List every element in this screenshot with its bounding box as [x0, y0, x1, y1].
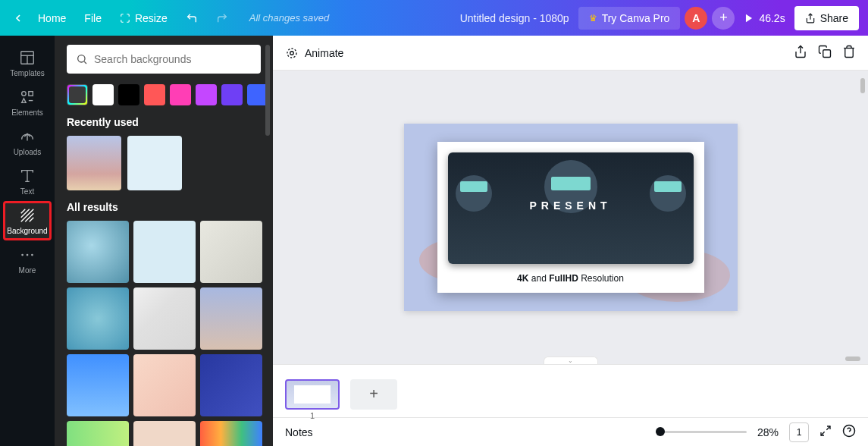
- back-button[interactable]: [9, 9, 27, 27]
- canvas-area: Animate: [273, 36, 868, 446]
- animate-icon: [285, 46, 299, 60]
- panel-scrollbar[interactable]: [265, 45, 270, 394]
- bg-thumb[interactable]: [200, 354, 262, 416]
- bg-thumb[interactable]: [200, 221, 262, 283]
- video-caption: 4K and FullHD Resolution: [437, 267, 704, 293]
- svg-point-23: [79, 93, 80, 94]
- top-bar: Home File Resize All changes saved Untit…: [0, 0, 868, 36]
- duration-display[interactable]: 46.2s: [744, 12, 785, 24]
- tab-text[interactable]: Text: [3, 162, 52, 201]
- color-swatch[interactable]: [221, 84, 243, 105]
- bg-thumb[interactable]: [200, 421, 262, 446]
- file-menu[interactable]: File: [77, 8, 109, 29]
- search-container: [67, 45, 261, 74]
- redo-button[interactable]: [208, 8, 236, 29]
- bg-thumb[interactable]: [127, 136, 182, 190]
- bg-thumb[interactable]: [200, 287, 262, 350]
- svg-point-16: [21, 253, 24, 256]
- svg-line-11: [21, 209, 26, 213]
- bottom-bar: Notes 28% 1: [273, 417, 868, 446]
- color-swatch[interactable]: [144, 84, 165, 105]
- add-collaborator-button[interactable]: +: [712, 7, 735, 30]
- svg-point-25: [290, 51, 294, 55]
- bg-thumb[interactable]: [133, 221, 196, 283]
- bg-thumb[interactable]: [133, 287, 196, 350]
- svg-point-21: [71, 88, 83, 101]
- section-title-recent: Recently used: [67, 116, 261, 128]
- horizontal-scrollbar[interactable]: [845, 356, 860, 361]
- section-title-all: All results: [67, 201, 261, 213]
- chevron-left-icon: [12, 12, 24, 24]
- try-pro-button[interactable]: ♛ Try Canva Pro: [578, 7, 681, 30]
- background-icon: [19, 207, 36, 224]
- bg-thumb[interactable]: [67, 287, 129, 350]
- timeline: 1 +: [273, 364, 868, 417]
- duplicate-page-button[interactable]: [818, 45, 832, 61]
- templates-icon: [19, 49, 36, 66]
- notes-button[interactable]: Notes: [285, 426, 313, 438]
- bg-thumb[interactable]: [67, 136, 121, 190]
- color-swatch[interactable]: [196, 84, 217, 105]
- help-icon: [842, 424, 856, 438]
- left-nav: Templates Elements Uploads Text Backgrou…: [0, 36, 55, 446]
- delete-page-button[interactable]: [842, 45, 856, 61]
- svg-marker-7: [22, 98, 27, 102]
- svg-point-19: [78, 55, 85, 62]
- svg-line-30: [821, 432, 825, 435]
- side-panel: Recently used All results ◂: [55, 36, 273, 446]
- fullscreen-icon: [819, 425, 832, 437]
- tab-more[interactable]: More: [3, 240, 52, 280]
- undo-button[interactable]: [178, 8, 205, 29]
- more-icon: [19, 247, 36, 263]
- user-avatar[interactable]: A: [685, 7, 707, 30]
- zoom-slider[interactable]: [656, 431, 747, 433]
- video-preview-card[interactable]: PRESENT 4K and FullHD Resolution: [437, 142, 704, 293]
- bg-thumb[interactable]: [67, 354, 129, 416]
- play-icon: [744, 13, 754, 24]
- vertical-scrollbar[interactable]: [860, 78, 865, 93]
- tab-elements[interactable]: Elements: [3, 83, 52, 122]
- trash-icon: [842, 45, 856, 58]
- svg-line-12: [21, 209, 30, 217]
- canvas-viewport[interactable]: PRESENT 4K and FullHD Resolution ⌄: [273, 71, 868, 364]
- add-page-button[interactable]: +: [350, 379, 397, 410]
- undo-icon: [186, 12, 198, 24]
- tab-uploads[interactable]: Uploads: [3, 122, 52, 162]
- color-swatch[interactable]: [118, 84, 139, 105]
- collapse-timeline-button[interactable]: ⌄: [544, 356, 598, 364]
- page-thumbnail[interactable]: 1: [285, 379, 340, 410]
- search-input[interactable]: [94, 53, 252, 65]
- zoom-value: 28%: [757, 426, 779, 438]
- fullscreen-button[interactable]: [819, 425, 832, 439]
- color-swatch[interactable]: [92, 84, 114, 105]
- resize-button[interactable]: Resize: [112, 8, 175, 29]
- color-picker-button[interactable]: [67, 84, 88, 105]
- export-page-button[interactable]: [794, 45, 807, 61]
- home-button[interactable]: Home: [30, 8, 74, 29]
- svg-line-20: [84, 61, 86, 64]
- tab-background[interactable]: Background: [3, 201, 52, 240]
- tab-templates[interactable]: Templates: [3, 43, 52, 83]
- bg-thumb[interactable]: [133, 421, 196, 446]
- copy-icon: [818, 45, 832, 58]
- svg-line-15: [30, 217, 34, 221]
- share-button[interactable]: Share: [794, 6, 859, 30]
- animate-button[interactable]: Animate: [285, 46, 343, 60]
- canvas-toolbar: Animate: [273, 36, 868, 71]
- svg-line-14: [25, 213, 33, 221]
- svg-point-17: [27, 253, 29, 256]
- bg-thumb[interactable]: [133, 354, 196, 416]
- color-swatch[interactable]: [170, 84, 191, 105]
- text-icon: [19, 168, 36, 184]
- canvas-frame[interactable]: PRESENT 4K and FullHD Resolution: [404, 124, 738, 311]
- page-count-button[interactable]: 1: [789, 422, 809, 442]
- color-row: [67, 84, 261, 105]
- bg-thumb[interactable]: [67, 421, 129, 446]
- search-icon: [76, 53, 88, 65]
- help-button[interactable]: [842, 424, 856, 440]
- svg-point-26: [287, 49, 296, 58]
- save-status: All changes saved: [249, 12, 330, 24]
- document-title[interactable]: Untitled design - 1080p: [460, 12, 569, 24]
- bg-thumb[interactable]: [67, 221, 129, 283]
- redo-icon: [216, 12, 228, 24]
